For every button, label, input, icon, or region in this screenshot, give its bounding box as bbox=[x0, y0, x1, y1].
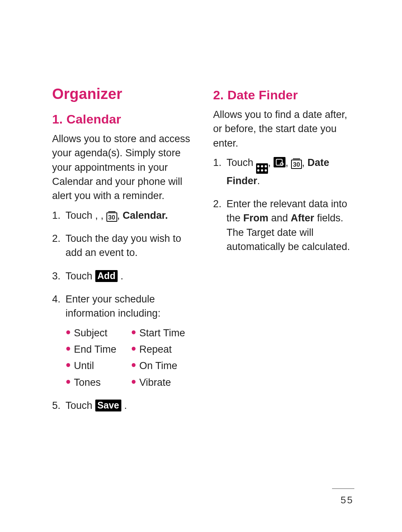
manual-page: Organizer 1. Calendar Allows you to stor… bbox=[0, 0, 402, 532]
bullet-dot-icon: ● bbox=[131, 326, 137, 337]
calendar-step-5: 5. Touch Save . bbox=[52, 398, 193, 413]
step-number: 2. bbox=[213, 197, 227, 254]
bullet-dot-icon: ● bbox=[66, 375, 71, 387]
text: Touch bbox=[227, 157, 256, 168]
bullet-dot-icon: ● bbox=[66, 342, 71, 354]
subsection-title-date-finder: 2. Date Finder bbox=[213, 88, 354, 102]
bullet-start-time: ●Start Time bbox=[131, 326, 193, 340]
bullet-end-time: ●End Time bbox=[66, 342, 127, 356]
calendar-step-4: 4. Enter your schedule information inclu… bbox=[52, 292, 193, 390]
schedule-bullet-grid: ●Subject ●Start Time ●End Time ●Repeat ●… bbox=[66, 326, 193, 390]
bullet-label: Start Time bbox=[139, 326, 185, 340]
calendar-30-icon: 30 bbox=[291, 160, 302, 169]
bullet-label: Tones bbox=[74, 375, 101, 390]
text: , bbox=[117, 210, 123, 221]
page-rule bbox=[332, 488, 354, 489]
bullet-label: End Time bbox=[74, 342, 117, 356]
bullet-dot-icon: ● bbox=[131, 359, 137, 370]
add-button-label: Add bbox=[95, 270, 118, 282]
bold-label-after: After bbox=[291, 212, 314, 224]
bullet-dot-icon: ● bbox=[66, 359, 71, 370]
calendar-step-3: 3. Touch Add . bbox=[52, 269, 193, 283]
bullet-label: Vibrate bbox=[139, 375, 171, 390]
text: , bbox=[95, 210, 101, 221]
bullet-tones: ●Tones bbox=[66, 375, 127, 390]
text: , bbox=[268, 157, 274, 168]
right-column: 2. Date Finder Allows you to find a date… bbox=[213, 86, 354, 422]
step-body: Touch Add . bbox=[66, 269, 193, 283]
bullet-dot-icon: ● bbox=[131, 375, 137, 387]
two-column-layout: Organizer 1. Calendar Allows you to stor… bbox=[52, 86, 354, 422]
step-number: 4. bbox=[52, 292, 66, 390]
left-column: Organizer 1. Calendar Allows you to stor… bbox=[52, 86, 193, 422]
page-number: 55 bbox=[341, 494, 354, 506]
step-number: 3. bbox=[52, 269, 66, 283]
text: Touch bbox=[66, 400, 95, 411]
date-finder-steps: 1. Touch , , 30, Date Finder. 2. Enter t… bbox=[213, 156, 354, 254]
bullet-label: Until bbox=[74, 359, 94, 373]
step-number: 5. bbox=[52, 398, 66, 413]
text: . bbox=[121, 270, 124, 282]
bullet-repeat: ●Repeat bbox=[131, 342, 193, 356]
step-body: Touch the day you wish to add an event t… bbox=[66, 231, 193, 260]
calendar-intro: Allows you to store and access your agen… bbox=[52, 132, 193, 203]
date-finder-intro: Allows you to find a date after, or befo… bbox=[213, 108, 354, 150]
step-body: Enter your schedule information includin… bbox=[66, 292, 193, 390]
text: , bbox=[101, 210, 106, 221]
date-finder-step-1: 1. Touch , , 30, Date Finder. bbox=[213, 156, 354, 188]
tools-icon bbox=[274, 157, 285, 167]
step-body: Touch Save . bbox=[66, 398, 193, 413]
subsection-title-calendar: 1. Calendar bbox=[52, 112, 193, 126]
step-number: 2. bbox=[52, 231, 66, 260]
bullet-label: Repeat bbox=[139, 342, 172, 356]
step-body: Touch , , 30, Date Finder. bbox=[227, 156, 354, 188]
date-finder-step-2: 2. Enter the relevant data into the From… bbox=[213, 197, 354, 254]
calendar-30-icon: 30 bbox=[106, 212, 117, 222]
bullet-label: Subject bbox=[74, 326, 108, 340]
step-number: 1. bbox=[213, 156, 227, 188]
bullet-dot-icon: ● bbox=[66, 326, 71, 337]
section-title-organizer: Organizer bbox=[52, 86, 193, 102]
calendar-steps: 1. Touch , , 30, Calendar. 2. Touch the … bbox=[52, 208, 193, 413]
apps-grid-icon bbox=[256, 163, 268, 174]
bold-label-from: From bbox=[243, 212, 269, 224]
bullet-label: On Time bbox=[139, 359, 177, 373]
step-number: 1. bbox=[52, 208, 66, 222]
text: . bbox=[257, 175, 260, 186]
bullet-on-time: ●On Time bbox=[131, 359, 193, 373]
calendar-step-2: 2. Touch the day you wish to add an even… bbox=[52, 231, 193, 260]
bold-label-calendar: Calendar. bbox=[123, 210, 168, 221]
text: Enter your schedule information includin… bbox=[66, 294, 160, 319]
bullet-until: ●Until bbox=[66, 359, 127, 373]
step-body: Touch , , 30, Calendar. bbox=[66, 208, 193, 222]
text: Touch bbox=[66, 210, 95, 221]
text: and bbox=[268, 212, 291, 224]
calendar-step-1: 1. Touch , , 30, Calendar. bbox=[52, 208, 193, 222]
step-body: Enter the relevant data into the From an… bbox=[227, 197, 354, 254]
text: , bbox=[285, 157, 291, 168]
bullet-dot-icon: ● bbox=[131, 342, 137, 354]
save-button-label: Save bbox=[95, 400, 121, 411]
bullet-vibrate: ●Vibrate bbox=[131, 375, 193, 390]
text: . bbox=[124, 400, 127, 411]
text: Touch bbox=[66, 270, 95, 282]
bullet-subject: ●Subject bbox=[66, 326, 127, 340]
text: , bbox=[302, 157, 307, 168]
